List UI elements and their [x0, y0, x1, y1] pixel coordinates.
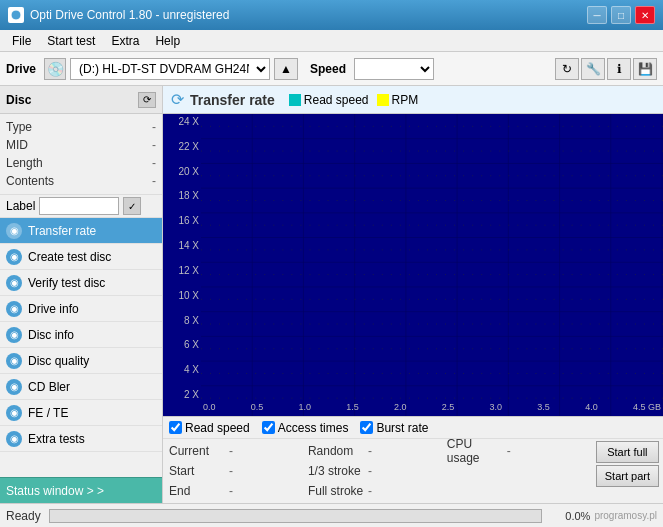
chart-svg: [201, 114, 663, 416]
current-label: Current: [169, 444, 229, 458]
info-button[interactable]: ℹ: [607, 58, 631, 80]
nav-item-fe-te[interactable]: ◉ FE / TE: [0, 400, 162, 426]
x-label-45: 4.5 GB: [633, 402, 661, 416]
start-label: Start: [169, 464, 229, 478]
nav-label-create-test-disc: Create test disc: [28, 250, 111, 264]
status-window-label: Status window > >: [6, 484, 104, 498]
drive-toolbar: Drive 💿 (D:) HL-DT-ST DVDRAM GH24NSB0 LM…: [0, 52, 663, 86]
x-label-1: 1.0: [299, 402, 312, 416]
current-value: -: [229, 444, 289, 458]
access-times-checkbox[interactable]: [262, 421, 275, 434]
full-stroke-value: -: [368, 484, 428, 498]
nav-item-disc-info[interactable]: ◉ Disc info: [0, 322, 162, 348]
content-area: ⟳ Transfer rate Read speed RPM 24 X 22 X…: [163, 86, 663, 503]
legend-read-speed: Read speed: [289, 93, 369, 107]
nav-item-verify-test-disc[interactable]: ◉ Verify test disc: [0, 270, 162, 296]
progress-text: 0.0%: [550, 510, 590, 522]
y-label-10x: 10 X: [165, 290, 199, 301]
sidebar: Disc ⟳ Type - MID - Length - Contents - …: [0, 86, 163, 503]
access-times-checkbox-label[interactable]: Access times: [262, 421, 349, 435]
disc-type-row: Type -: [6, 118, 156, 136]
y-label-8x: 8 X: [165, 315, 199, 326]
y-label-24x: 24 X: [165, 116, 199, 127]
one-third-value: -: [368, 464, 428, 478]
menu-extra[interactable]: Extra: [103, 32, 147, 50]
x-axis: 0.0 0.5 1.0 1.5 2.0 2.5 3.0 3.5 4.0 4.5 …: [201, 402, 663, 416]
x-label-4: 4.0: [585, 402, 598, 416]
svg-rect-1: [201, 114, 663, 416]
y-label-20x: 20 X: [165, 166, 199, 177]
legend-rpm-box: [377, 94, 389, 106]
disc-info: Type - MID - Length - Contents -: [0, 114, 162, 195]
refresh-button[interactable]: ↻: [555, 58, 579, 80]
y-label-6x: 6 X: [165, 339, 199, 350]
eject-button[interactable]: ▲: [274, 58, 298, 80]
nav-label-transfer-rate: Transfer rate: [28, 224, 96, 238]
nav-item-transfer-rate[interactable]: ◉ Transfer rate: [0, 218, 162, 244]
start-full-button[interactable]: Start full: [596, 441, 659, 463]
disc-label-apply-button[interactable]: ✓: [123, 197, 141, 215]
disc-contents-row: Contents -: [6, 172, 156, 190]
read-speed-checkbox[interactable]: [169, 421, 182, 434]
status-text: Ready: [6, 509, 41, 523]
stat-random: Random -: [308, 444, 447, 458]
disc-mid-label: MID: [6, 138, 28, 152]
disc-refresh-button[interactable]: ⟳: [138, 92, 156, 108]
maximize-button[interactable]: □: [611, 6, 631, 24]
y-label-14x: 14 X: [165, 240, 199, 251]
end-value: -: [229, 484, 289, 498]
burst-rate-checkbox-label[interactable]: Burst rate: [360, 421, 428, 435]
stats-left: Current - Random - CPU usage -: [163, 439, 592, 503]
disc-contents-label: Contents: [6, 174, 54, 188]
speed-label: Speed: [310, 62, 346, 76]
drive-select[interactable]: (D:) HL-DT-ST DVDRAM GH24NSB0 LM01: [70, 58, 270, 80]
stat-cpu-usage: CPU usage -: [447, 437, 586, 465]
x-label-35: 3.5: [537, 402, 550, 416]
drive-label: Drive: [6, 62, 36, 76]
cpu-usage-value: -: [507, 444, 567, 458]
full-stroke-label: Full stroke: [308, 484, 368, 498]
main-area: Disc ⟳ Type - MID - Length - Contents - …: [0, 86, 663, 503]
disc-type-label: Type: [6, 120, 32, 134]
app-title: Opti Drive Control 1.80 - unregistered: [30, 8, 229, 22]
nav-item-drive-info[interactable]: ◉ Drive info: [0, 296, 162, 322]
watermark: programosy.pl: [594, 510, 657, 521]
read-speed-checkbox-text: Read speed: [185, 421, 250, 435]
speed-select[interactable]: [354, 58, 434, 80]
verify-test-disc-icon: ◉: [6, 275, 22, 291]
disc-label-input[interactable]: [39, 197, 119, 215]
nav-item-extra-tests[interactable]: ◉ Extra tests: [0, 426, 162, 452]
svg-point-0: [11, 10, 21, 20]
nav-item-disc-quality[interactable]: ◉ Disc quality: [0, 348, 162, 374]
x-label-15: 1.5: [346, 402, 359, 416]
close-button[interactable]: ✕: [635, 6, 655, 24]
menu-start-test[interactable]: Start test: [39, 32, 103, 50]
disc-header: Disc ⟳: [0, 86, 162, 114]
burst-rate-checkbox[interactable]: [360, 421, 373, 434]
x-label-05: 0.5: [251, 402, 264, 416]
random-value: -: [368, 444, 428, 458]
status-window-button[interactable]: Status window > >: [0, 477, 162, 503]
disc-mid-value: -: [152, 138, 156, 152]
y-axis: 24 X 22 X 20 X 18 X 16 X 14 X 12 X 10 X …: [163, 114, 201, 416]
minimize-button[interactable]: ─: [587, 6, 607, 24]
menu-file[interactable]: File: [4, 32, 39, 50]
save-button[interactable]: 💾: [633, 58, 657, 80]
start-part-button[interactable]: Start part: [596, 465, 659, 487]
chart-header-icon: ⟳: [171, 90, 184, 109]
status-bar: Ready 0.0% programosy.pl: [0, 503, 663, 527]
stats-row-1: Current - Random - CPU usage -: [169, 441, 586, 461]
chart-legend: Read speed RPM: [289, 93, 418, 107]
drive-info-icon: ◉: [6, 301, 22, 317]
fe-te-icon: ◉: [6, 405, 22, 421]
nav-item-create-test-disc[interactable]: ◉ Create test disc: [0, 244, 162, 270]
read-speed-checkbox-label[interactable]: Read speed: [169, 421, 250, 435]
menu-help[interactable]: Help: [147, 32, 188, 50]
nav-label-fe-te: FE / TE: [28, 406, 68, 420]
stat-one-third: 1/3 stroke -: [308, 464, 447, 478]
settings-button[interactable]: 🔧: [581, 58, 605, 80]
disc-info-icon: ◉: [6, 327, 22, 343]
nav-item-cd-bler[interactable]: ◉ CD Bler: [0, 374, 162, 400]
y-label-2x: 2 X: [165, 389, 199, 400]
transfer-rate-icon: ◉: [6, 223, 22, 239]
